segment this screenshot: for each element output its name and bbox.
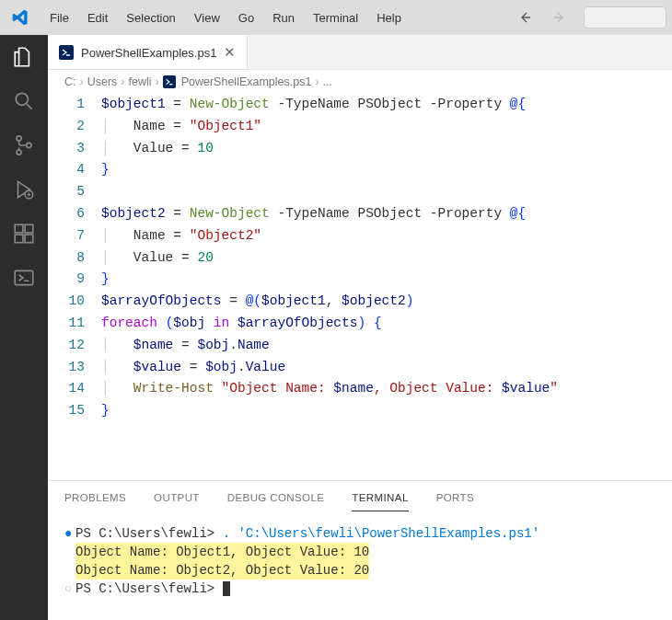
titlebar: FileEditSelectionViewGoRunTerminalHelp: [0, 0, 672, 35]
terminal-idle-bullet-icon: ○: [64, 580, 75, 598]
svg-point-0: [16, 93, 28, 105]
menu-edit[interactable]: Edit: [78, 7, 117, 29]
breadcrumb-part[interactable]: C:: [64, 75, 76, 88]
menu-bar: FileEditSelectionViewGoRunTerminalHelp: [41, 7, 411, 29]
menu-help[interactable]: Help: [367, 7, 411, 29]
tab-active[interactable]: PowerShellExamples.ps1 ✕: [48, 35, 248, 69]
terminal-output: Object Name: Object1, Object Value: 10: [75, 543, 369, 561]
source-control-icon[interactable]: [11, 132, 37, 158]
terminal-body[interactable]: ● PS C:\Users\fewli> . 'C:\Users\fewli\P…: [48, 511, 672, 620]
svg-point-2: [17, 150, 21, 155]
tab-close-icon[interactable]: ✕: [224, 44, 236, 61]
svg-point-1: [17, 136, 21, 141]
breadcrumb-file[interactable]: PowerShellExamples.ps1: [181, 75, 312, 88]
svg-rect-8: [25, 224, 33, 233]
terminal-command: .: [223, 526, 230, 541]
powershell-file-icon: [59, 45, 74, 60]
nav-back-icon[interactable]: [514, 6, 538, 29]
terminal-prompt: PS C:\Users\fewli>: [75, 581, 214, 596]
activity-bar: [0, 35, 48, 620]
menu-file[interactable]: File: [41, 7, 78, 29]
terminal-cursor: [223, 581, 230, 596]
panel-tab-debug-console[interactable]: DEBUG CONSOLE: [227, 492, 325, 511]
line-number-gutter: 123456789101112131415: [48, 94, 101, 480]
panel-tab-terminal[interactable]: TERMINAL: [352, 492, 408, 511]
editor[interactable]: 123456789101112131415 $object1 = New-Obj…: [48, 94, 672, 480]
bottom-panel: PROBLEMSOUTPUTDEBUG CONSOLETERMINALPORTS…: [48, 480, 672, 620]
terminal-active-bullet-icon: ●: [64, 524, 75, 543]
panel-tab-problems[interactable]: PROBLEMS: [64, 492, 126, 511]
vscode-logo-icon: [9, 6, 31, 29]
svg-point-3: [27, 143, 31, 147]
nav-forward-icon[interactable]: [547, 6, 571, 29]
extensions-icon[interactable]: [11, 221, 37, 247]
panel-tab-bar: PROBLEMSOUTPUTDEBUG CONSOLETERMINALPORTS: [48, 481, 672, 511]
svg-rect-5: [15, 224, 23, 233]
menu-terminal[interactable]: Terminal: [304, 7, 367, 29]
terminal-output: Object Name: Object2, Object Value: 20: [75, 561, 369, 580]
run-debug-icon[interactable]: [11, 177, 37, 202]
menu-view[interactable]: View: [185, 7, 229, 29]
search-icon[interactable]: [11, 88, 37, 114]
panel-tab-output[interactable]: OUTPUT: [154, 492, 200, 511]
menu-run[interactable]: Run: [263, 7, 304, 29]
tab-bar: PowerShellExamples.ps1 ✕: [48, 35, 672, 70]
terminal-arg: 'C:\Users\fewli\PowerShellExamples.ps1': [238, 526, 539, 541]
breadcrumb-trailing[interactable]: ...: [323, 75, 332, 88]
breadcrumb-part[interactable]: fewli: [129, 75, 152, 88]
command-center-input[interactable]: [584, 6, 666, 29]
panel-tab-ports[interactable]: PORTS: [436, 492, 474, 511]
breadcrumb[interactable]: C:› Users› fewli› PowerShellExamples.ps1…: [48, 70, 672, 94]
svg-rect-7: [25, 235, 33, 243]
tab-label: PowerShellExamples.ps1: [81, 46, 216, 60]
explorer-icon[interactable]: [11, 44, 37, 70]
menu-selection[interactable]: Selection: [117, 7, 184, 29]
powershell-ext-icon[interactable]: [11, 265, 37, 291]
powershell-file-icon: [163, 75, 176, 88]
svg-rect-6: [15, 235, 23, 243]
code-area[interactable]: $object1 = New-Object -TypeName PSObject…: [101, 94, 672, 480]
terminal-prompt: PS C:\Users\fewli>: [75, 526, 214, 541]
menu-go[interactable]: Go: [229, 7, 263, 29]
breadcrumb-part[interactable]: Users: [87, 75, 118, 88]
